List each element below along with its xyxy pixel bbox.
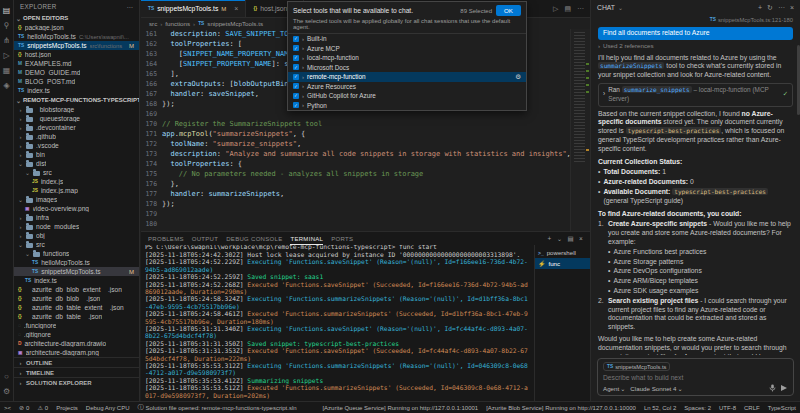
open-editor-item[interactable]: TSindex.ts bbox=[14, 86, 139, 95]
model-picker-dropdown[interactable]: Claude Sonnet 4 ⌄ bbox=[630, 385, 682, 392]
panel-tab-ports[interactable]: PORTS bbox=[331, 232, 353, 245]
status-item[interactable]: [Azurite Blob Service] Running on http:/… bbox=[482, 402, 640, 413]
open-editor-item[interactable]: MEXAMPLES.md bbox=[14, 59, 139, 68]
status-item[interactable]: ⊘0 bbox=[15, 402, 33, 413]
sidebar-section-timeline[interactable]: ›TIMELINE bbox=[14, 367, 139, 377]
tree-item[interactable]: {}__azurite_db_blob_extent__.json bbox=[14, 285, 139, 294]
status-item[interactable]: ⓘSolution file opened: remote-mcp-functi… bbox=[134, 402, 301, 413]
tree-item[interactable]: ⌄functions bbox=[14, 249, 139, 258]
tool-item[interactable]: ✓›Built-in bbox=[288, 34, 526, 44]
checkbox-checked-icon[interactable]: ✓ bbox=[293, 83, 299, 89]
status-item[interactable]: >< bbox=[0, 402, 15, 413]
run-button[interactable]: ▷ bbox=[553, 5, 558, 13]
tree-item[interactable]: ›_queuestorage_ bbox=[14, 114, 139, 123]
gear-icon[interactable]: ⚙ bbox=[515, 73, 521, 81]
split-editor-icon[interactable]: ▤ bbox=[564, 5, 571, 13]
open-editor-item[interactable]: {}host.json bbox=[14, 50, 139, 59]
account-icon[interactable]: ○ bbox=[0, 369, 14, 384]
sidebar-section-outline[interactable]: ›OUTLINE bbox=[14, 357, 139, 367]
tree-item[interactable]: {}__azurite_db_table_extent__.json bbox=[14, 303, 139, 312]
tree-item[interactable]: ◌.gitignore bbox=[14, 330, 139, 339]
open-editor-item[interactable]: MDEMO_GUIDE.md bbox=[14, 68, 139, 77]
tree-item[interactable]: ▣video-overview.png bbox=[14, 204, 139, 213]
tool-item[interactable]: ✓›local-mcp-function bbox=[288, 53, 526, 63]
ok-button[interactable]: OK bbox=[496, 5, 521, 16]
checkbox-checked-icon[interactable]: ✓ bbox=[293, 102, 299, 108]
status-item[interactable]: [Azurite Queue Service] Running on http:… bbox=[318, 402, 482, 413]
editor-tab[interactable]: TSsnippetsMcpTools.tsM× bbox=[141, 0, 246, 17]
status-item[interactable]: Debug Any CPU bbox=[82, 402, 134, 413]
status-item[interactable]: Projects bbox=[52, 402, 82, 413]
open-editor-item[interactable]: TShelloMcpTools.tsC:\Users\swapnil\... bbox=[14, 32, 139, 41]
tree-item[interactable]: ›.github bbox=[14, 132, 139, 141]
explorer-icon[interactable]: ▤ bbox=[0, 3, 14, 18]
more-actions-icon[interactable]: ⋯ bbox=[577, 5, 584, 13]
close-icon[interactable]: × bbox=[234, 5, 238, 12]
tree-item[interactable]: ▣architecture-diagram.png bbox=[14, 348, 139, 357]
tree-item[interactable]: JSindex.js.map bbox=[14, 186, 139, 195]
tree-item[interactable]: Darchitecture-diagram.drawio bbox=[14, 339, 139, 348]
more-actions-icon[interactable]: ⋯ bbox=[126, 3, 133, 10]
agent-mode-dropdown[interactable]: Agent ⌄ bbox=[603, 385, 625, 392]
terminal-task-item[interactable]: >_powershell bbox=[535, 247, 590, 258]
tree-item[interactable]: {}__azurite_db_blob__.json bbox=[14, 294, 139, 303]
tool-item[interactable]: ✓›remote-mcp-function⚙ bbox=[288, 72, 526, 82]
breadcrumb-item[interactable]: functions bbox=[165, 20, 190, 27]
open-editor-item[interactable]: TSsnippetsMcpTools.tssrc\functionsM bbox=[14, 41, 139, 50]
tree-item[interactable]: ⌄images bbox=[14, 195, 139, 204]
tree-item[interactable]: ›.devcontainer bbox=[14, 123, 139, 132]
tool-item[interactable]: ✓›Python bbox=[288, 101, 526, 111]
tree-item[interactable]: ›infra bbox=[14, 213, 139, 222]
history-icon[interactable]: ↻ bbox=[767, 4, 773, 12]
tool-item[interactable]: ✓›Azure MCP bbox=[288, 44, 526, 54]
tool-item[interactable]: ✓›GitHub Copilot for Azure bbox=[288, 91, 526, 101]
breadcrumb-item[interactable]: src bbox=[149, 20, 157, 27]
panel-action-icon[interactable]: ⌄ bbox=[557, 235, 563, 243]
send-icon[interactable] bbox=[780, 384, 788, 392]
tree-item[interactable]: {}__azurite_db_table__.json bbox=[14, 312, 139, 321]
more-actions-icon[interactable]: ⋯ bbox=[778, 4, 785, 12]
tree-item[interactable]: TShelloMcpTools.ts bbox=[14, 258, 139, 267]
checkbox-checked-icon[interactable]: ✓ bbox=[293, 74, 299, 80]
context-chip[interactable]: TS snippetsMcpTools.ts bbox=[603, 362, 670, 371]
tool-item[interactable]: ✓›Microsoft Docs bbox=[288, 63, 526, 73]
run-debug-icon[interactable]: ▷ bbox=[0, 48, 14, 63]
sidebar-section-solution-explorer[interactable]: ›SOLUTION EXPLORER bbox=[14, 377, 139, 387]
checkbox-checked-icon[interactable]: ✓ bbox=[293, 93, 299, 99]
panel-action-icon[interactable]: + bbox=[548, 235, 552, 243]
tree-item[interactable]: ⌄src bbox=[14, 240, 139, 249]
checkbox-checked-icon[interactable]: ✓ bbox=[293, 36, 299, 42]
terminal-view[interactable]: PS C:\Users\swapnil\workplace\mcp\remote… bbox=[141, 245, 534, 401]
search-icon[interactable]: ⚲ bbox=[0, 18, 14, 33]
panel-action-icon[interactable]: × bbox=[579, 235, 583, 243]
tree-item[interactable]: ›bin bbox=[14, 150, 139, 159]
status-item[interactable]: CRLF bbox=[740, 402, 764, 413]
new-chat-icon[interactable]: + bbox=[758, 4, 762, 12]
checkbox-checked-icon[interactable]: ✓ bbox=[293, 55, 299, 61]
extensions-icon[interactable]: ▦ bbox=[0, 63, 14, 78]
tree-item[interactable]: TSsnippetsMcpTools.tsM bbox=[14, 267, 139, 276]
settings-icon[interactable]: ⚙ bbox=[0, 384, 14, 399]
tool-invocation[interactable]: ›Ran summarize_snippets – local-mcp-func… bbox=[598, 83, 793, 107]
chat-input-box[interactable]: TS snippetsMcpTools.ts Describe what to … bbox=[597, 358, 794, 396]
azure-icon[interactable]: ◈ bbox=[0, 78, 14, 93]
minimap[interactable] bbox=[570, 29, 590, 231]
tree-item[interactable]: ◌.funcignore bbox=[14, 321, 139, 330]
close-icon[interactable]: × bbox=[790, 4, 794, 12]
tree-item[interactable]: ›.vscode bbox=[14, 141, 139, 150]
tree-item[interactable]: ⌄dist bbox=[14, 159, 139, 168]
panel-tab-debug-console[interactable]: DEBUG CONSOLE bbox=[226, 232, 282, 245]
checkbox-checked-icon[interactable]: ✓ bbox=[293, 45, 299, 51]
open-editor-item[interactable]: MBLOG_POST.md bbox=[14, 77, 139, 86]
panel-tab-terminal[interactable]: TERMINAL bbox=[290, 232, 323, 245]
panel-tab-problems[interactable]: PROBLEMS bbox=[148, 232, 184, 245]
source-control-icon[interactable]: ⋔ bbox=[0, 33, 14, 48]
tree-item[interactable]: ⌄src bbox=[14, 168, 139, 177]
panel-action-icon[interactable]: ▤ bbox=[567, 235, 573, 243]
open-editor-item[interactable]: {}package.json bbox=[14, 23, 139, 32]
references-toggle[interactable]: ›Used 2 references bbox=[598, 42, 793, 51]
status-item[interactable]: UTF-8 bbox=[715, 402, 740, 413]
tree-item[interactable]: ›obj bbox=[14, 231, 139, 240]
mic-icon[interactable] bbox=[769, 384, 776, 392]
project-section-header[interactable]: ⌄ REMOTE-MCP-FUNCTIONS-TYPESCRIPT bbox=[14, 95, 139, 105]
